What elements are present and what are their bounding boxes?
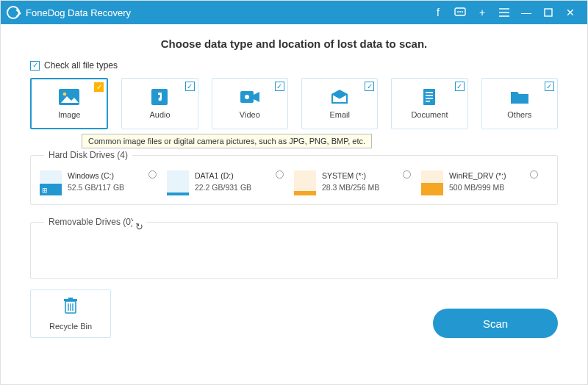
type-label: Others: [507, 110, 531, 119]
file-type-row: Image Audio Video Email: [30, 78, 558, 129]
type-card-others[interactable]: Others: [481, 78, 558, 129]
feedback-icon[interactable]: [449, 1, 471, 24]
app-logo-icon: [7, 6, 20, 19]
email-icon: [329, 88, 351, 106]
svg-rect-13: [423, 89, 435, 105]
radio-icon[interactable]: [530, 170, 538, 179]
menu-icon[interactable]: [493, 1, 515, 24]
type-card-image[interactable]: Image: [30, 78, 108, 129]
drive-name: SYSTEM (*:): [322, 170, 379, 182]
drive-name: Windows (C:): [68, 170, 124, 182]
tooltip: Common image files or digital camera pic…: [82, 134, 372, 148]
type-label: Audio: [149, 110, 170, 119]
svg-point-2: [459, 11, 461, 12]
svg-point-12: [245, 95, 249, 99]
recycle-label: Recycle Bin: [49, 322, 92, 331]
type-card-audio[interactable]: Audio: [121, 78, 198, 129]
type-card-document[interactable]: Document: [391, 78, 467, 129]
checkbox-icon[interactable]: [94, 82, 104, 92]
folder-icon: [509, 88, 531, 106]
drive-icon: [167, 170, 189, 195]
type-label: Email: [329, 110, 350, 119]
windows-icon: [41, 187, 49, 194]
drive-item[interactable]: Windows (C:) 52.5 GB/117 GB: [40, 170, 167, 195]
removable-section: Removable Drives (0) ↻: [30, 217, 558, 279]
audio-icon: [148, 88, 171, 106]
type-card-video[interactable]: Video: [212, 78, 288, 129]
app-title: FoneDog Data Recovery: [26, 7, 131, 18]
svg-rect-17: [426, 101, 430, 102]
drive-size: 28.3 MB/256 MB: [322, 182, 379, 194]
svg-rect-23: [68, 298, 73, 299]
page-heading: Choose data type and location of lost da…: [30, 37, 558, 50]
scan-button[interactable]: Scan: [433, 309, 558, 338]
drive-item[interactable]: SYSTEM (*:) 28.3 MB/256 MB: [294, 170, 421, 195]
check-all-label: Check all file types: [44, 60, 118, 71]
add-icon[interactable]: +: [471, 1, 493, 24]
type-label: Document: [411, 110, 448, 119]
drive-icon: [421, 170, 443, 195]
svg-rect-16: [426, 98, 433, 99]
radio-icon[interactable]: [403, 170, 411, 179]
image-icon: [58, 88, 80, 106]
checkbox-icon[interactable]: [185, 82, 195, 91]
drive-icon: [40, 170, 62, 195]
svg-point-1: [457, 11, 459, 12]
minimize-icon[interactable]: —: [515, 1, 537, 24]
document-icon: [418, 88, 440, 106]
trash-icon: [62, 297, 79, 317]
svg-point-3: [462, 11, 463, 12]
refresh-icon[interactable]: ↻: [132, 221, 146, 232]
type-label: Image: [58, 110, 81, 119]
recycle-bin-card[interactable]: Recycle Bin: [30, 289, 111, 338]
removable-legend: Removable Drives (0): [44, 217, 138, 227]
checkbox-icon[interactable]: [365, 82, 374, 91]
type-card-email[interactable]: Email: [301, 78, 378, 129]
type-label: Video: [240, 110, 260, 119]
maximize-icon[interactable]: [537, 1, 559, 24]
svg-rect-22: [64, 299, 77, 301]
checkbox-icon[interactable]: [30, 61, 40, 71]
radio-icon[interactable]: [276, 170, 284, 179]
drive-size: 22.2 GB/931 GB: [195, 182, 251, 194]
checkbox-icon[interactable]: [275, 82, 284, 91]
drive-name: DATA1 (D:): [195, 170, 251, 182]
hdd-legend: Hard Disk Drives (4): [44, 150, 132, 160]
check-all-file-types[interactable]: Check all file types: [30, 60, 558, 71]
drive-name: WinRE_DRV (*:): [449, 170, 506, 182]
svg-point-9: [63, 93, 67, 96]
drive-item[interactable]: WinRE_DRV (*:) 500 MB/999 MB: [421, 170, 548, 195]
radio-icon[interactable]: [148, 170, 157, 179]
close-icon[interactable]: ✕: [559, 1, 581, 24]
drive-icon: [294, 170, 316, 195]
drive-size: 52.5 GB/117 GB: [68, 182, 124, 194]
drive-item[interactable]: DATA1 (D:) 22.2 GB/931 GB: [167, 170, 294, 195]
checkbox-icon[interactable]: [455, 82, 465, 91]
drive-size: 500 MB/999 MB: [449, 182, 506, 194]
svg-rect-7: [545, 9, 552, 16]
video-icon: [239, 88, 261, 106]
checkbox-icon[interactable]: [545, 82, 554, 91]
titlebar: FoneDog Data Recovery f + — ✕: [1, 1, 587, 24]
svg-rect-14: [426, 92, 433, 93]
hard-disk-section: Hard Disk Drives (4) Windows (C:) 52.5 G…: [30, 150, 558, 205]
facebook-icon[interactable]: f: [427, 1, 449, 24]
svg-rect-10: [151, 89, 168, 105]
svg-rect-15: [426, 95, 433, 96]
